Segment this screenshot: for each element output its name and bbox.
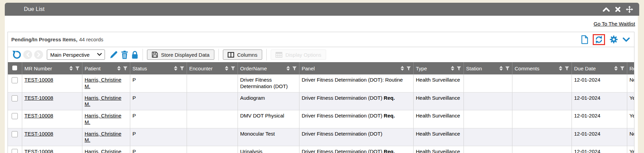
filter-icon[interactable] bbox=[292, 66, 297, 71]
cell-mr: TEST-10008 bbox=[22, 74, 82, 92]
column-header-patient[interactable]: Patient bbox=[82, 62, 130, 74]
display-options-button[interactable]: Display Options bbox=[271, 50, 326, 60]
column-label: Station bbox=[466, 66, 482, 71]
column-header-mr[interactable]: MR Number bbox=[22, 62, 82, 74]
mr-number-link[interactable]: TEST-10008 bbox=[25, 113, 53, 119]
filter-icon[interactable] bbox=[406, 66, 411, 71]
cell-order: Driver Fitness Determination (DOT) bbox=[238, 74, 299, 92]
table-row: TEST-10008Harris, Christine M.PDriver Fi… bbox=[8, 74, 634, 92]
undo-button[interactable] bbox=[12, 50, 21, 59]
cell-comments bbox=[512, 146, 572, 153]
filter-icon[interactable] bbox=[180, 66, 184, 71]
filter-icon[interactable] bbox=[620, 66, 625, 71]
filter-icon[interactable] bbox=[457, 66, 461, 71]
mr-number-link[interactable]: TEST-10008 bbox=[25, 95, 53, 101]
cell-due: 12-01-2024 bbox=[572, 92, 627, 110]
table-body: TEST-10008Harris, Christine M.PDriver Fi… bbox=[8, 74, 634, 153]
select-all-checkbox[interactable] bbox=[12, 66, 17, 70]
patient-link[interactable]: Harris, Christine M. bbox=[85, 131, 122, 143]
column-header-order[interactable]: OrderName bbox=[238, 62, 299, 74]
delete-perspective-button[interactable] bbox=[121, 51, 128, 59]
patient-link[interactable]: Harris, Christine M. bbox=[85, 77, 122, 89]
store-displayed-data-button[interactable]: Store Displayed Data bbox=[147, 50, 214, 60]
chevron-up-icon bbox=[603, 7, 610, 12]
pending-items-panel: Pending/In Progress Items, 44 records bbox=[8, 32, 634, 153]
column-header-type[interactable]: Type bbox=[413, 62, 464, 74]
cell-select bbox=[8, 128, 22, 146]
cell-due: 12-01-2024 bbox=[572, 110, 627, 128]
sort-icon[interactable] bbox=[286, 66, 290, 71]
due-list-screen: Due List Go To Th bbox=[0, 0, 644, 153]
cell-panel: Driver Fitness Determination (DOT): Rout… bbox=[299, 74, 413, 92]
previous-perspective-button[interactable] bbox=[23, 50, 32, 59]
panel-collapse-button[interactable] bbox=[622, 37, 630, 42]
sort-icon[interactable] bbox=[117, 66, 121, 71]
refresh-icon bbox=[595, 36, 603, 44]
sort-icon[interactable] bbox=[225, 66, 228, 71]
perspective-select[interactable]: Main Perspective bbox=[47, 50, 105, 60]
perspective-toolbar: Main Perspective bbox=[8, 47, 634, 62]
cell-status: P bbox=[130, 146, 187, 153]
sort-icon[interactable] bbox=[451, 66, 454, 71]
move-window-button[interactable] bbox=[626, 6, 633, 13]
close-window-button[interactable] bbox=[615, 6, 621, 12]
cell-required: No bbox=[627, 128, 634, 146]
filter-icon[interactable] bbox=[231, 66, 235, 71]
sort-icon[interactable] bbox=[69, 66, 73, 71]
row-checkbox[interactable] bbox=[12, 77, 18, 83]
go-to-waitlist-link[interactable]: Go To The Waitlist bbox=[594, 21, 635, 27]
column-label: OrderName bbox=[240, 66, 267, 71]
sort-icon[interactable] bbox=[174, 66, 177, 71]
display-options-icon bbox=[276, 52, 282, 58]
column-header-status[interactable]: Status bbox=[130, 62, 187, 74]
next-perspective-button[interactable] bbox=[34, 50, 43, 59]
cell-patient: Harris, Christine M. bbox=[82, 110, 130, 128]
cell-mr: TEST-10008 bbox=[22, 92, 82, 110]
columns-button[interactable]: Columns bbox=[223, 50, 262, 60]
sort-icon[interactable] bbox=[559, 66, 562, 71]
column-header-comments[interactable]: Comments bbox=[512, 62, 572, 74]
cell-encounter bbox=[187, 146, 238, 153]
column-header-encounter[interactable]: Encounter bbox=[187, 62, 238, 74]
column-header-select-all[interactable] bbox=[8, 62, 22, 74]
filter-icon[interactable] bbox=[565, 66, 569, 71]
table-row: TEST-10008Harris, Christine M.PUrinalysi… bbox=[8, 146, 634, 153]
sort-icon[interactable] bbox=[614, 66, 618, 71]
chevron-left-icon bbox=[26, 52, 30, 57]
column-header-required[interactable]: Required bbox=[627, 62, 634, 74]
patient-link[interactable]: Harris, Christine M. bbox=[85, 149, 122, 153]
sort-icon[interactable] bbox=[401, 66, 404, 71]
row-checkbox[interactable] bbox=[12, 113, 18, 119]
mr-number-link[interactable]: TEST-10008 bbox=[25, 77, 53, 83]
new-document-button[interactable] bbox=[581, 35, 588, 44]
patient-link[interactable]: Harris, Christine M. bbox=[85, 113, 122, 125]
row-checkbox[interactable] bbox=[12, 131, 18, 137]
collapse-window-button[interactable] bbox=[603, 7, 610, 12]
cell-patient: Harris, Christine M. bbox=[82, 128, 130, 146]
new-document-icon bbox=[581, 35, 588, 44]
mr-number-link[interactable]: TEST-10008 bbox=[25, 131, 53, 137]
filter-icon[interactable] bbox=[75, 66, 80, 71]
table-header-row: MR NumberPatientStatusEncounterOrderName… bbox=[8, 62, 634, 74]
lock-perspective-button[interactable] bbox=[131, 51, 138, 59]
row-checkbox[interactable] bbox=[12, 95, 18, 101]
toolbar-divider bbox=[143, 49, 143, 60]
settings-button[interactable] bbox=[609, 35, 618, 44]
edit-perspective-button[interactable] bbox=[109, 51, 118, 59]
lock-icon bbox=[131, 51, 138, 59]
cell-station bbox=[464, 128, 512, 146]
window-titlebar[interactable]: Due List bbox=[5, 3, 639, 16]
column-header-panel[interactable]: Panel bbox=[299, 62, 413, 74]
row-checkbox[interactable] bbox=[12, 149, 18, 153]
filter-icon[interactable] bbox=[123, 66, 128, 71]
sort-icon[interactable] bbox=[499, 66, 503, 71]
mr-number-link[interactable]: TEST-10008 bbox=[25, 149, 53, 153]
filter-icon[interactable] bbox=[505, 66, 510, 71]
cell-select bbox=[8, 146, 22, 153]
column-header-station[interactable]: Station bbox=[464, 62, 512, 74]
cell-panel: Driver Fitness Determination (DOT) Req. bbox=[299, 92, 413, 110]
patient-link[interactable]: Harris, Christine M. bbox=[85, 95, 122, 107]
column-header-due[interactable]: Due Date bbox=[572, 62, 627, 74]
refresh-button[interactable] bbox=[595, 36, 603, 44]
cell-order: Urinalysis bbox=[238, 146, 299, 153]
